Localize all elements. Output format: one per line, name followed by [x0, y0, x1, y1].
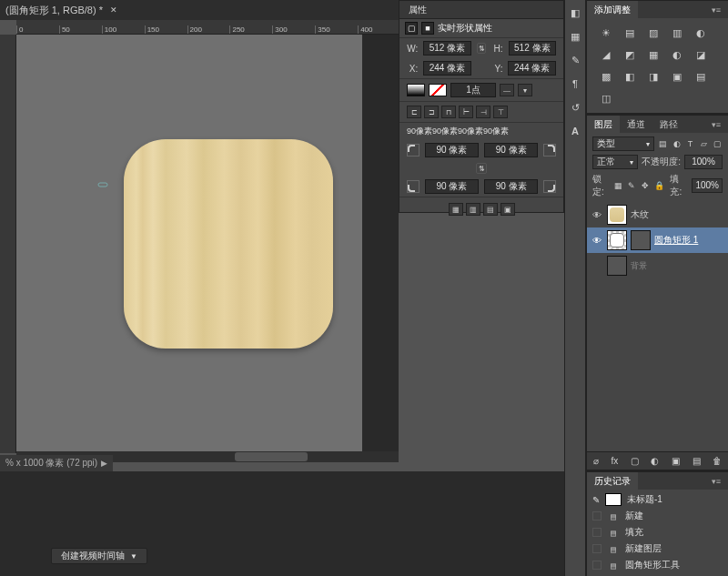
stroke-style-button[interactable]: —: [500, 84, 514, 96]
document-tab-title[interactable]: (圆角矩形 1, RGB/8) *: [5, 4, 103, 17]
history-item[interactable]: ▤新建: [587, 508, 728, 524]
character-tool-icon[interactable]: A: [568, 124, 582, 138]
opacity-field[interactable]: 100%: [684, 155, 723, 169]
paragraph-tool-icon[interactable]: ¶: [568, 76, 582, 91]
blend-mode-dropdown[interactable]: 正常▾: [592, 155, 638, 169]
layer-item[interactable]: 👁 木纹: [587, 202, 728, 227]
align-center-button[interactable]: ⊐: [424, 106, 439, 118]
panel-menu-icon[interactable]: ▾≡: [708, 5, 724, 15]
new-layer-icon[interactable]: ▤: [693, 456, 701, 466]
document-tab-bar[interactable]: (圆角矩形 1, RGB/8) * ✕: [0, 0, 399, 20]
lock-position-icon[interactable]: ✥: [642, 181, 650, 191]
layer-thumbnail[interactable]: [631, 230, 651, 250]
adjustment-icon[interactable]: ▩: [598, 69, 614, 84]
layer-thumbnail[interactable]: [607, 256, 627, 276]
adjustment-icon[interactable]: ▦: [645, 47, 662, 62]
status-menu-icon[interactable]: ▶: [101, 459, 107, 468]
group-icon[interactable]: ▣: [672, 456, 680, 466]
layers-panel-tab[interactable]: 图层: [587, 116, 620, 133]
layer-item[interactable]: 👁 圆角矩形 1: [587, 227, 728, 253]
adjustment-icon[interactable]: ◨: [645, 69, 662, 84]
adjustment-icon[interactable]: ▤: [693, 69, 709, 84]
radius-br-field[interactable]: 90 像素: [484, 179, 538, 194]
filter-adjust-icon[interactable]: ◐: [672, 139, 682, 149]
history-item[interactable]: ▤新建图层: [587, 541, 728, 557]
lock-all-icon[interactable]: 🔒: [654, 181, 664, 191]
swatches-tool-icon[interactable]: ▦: [568, 29, 582, 44]
layer-name[interactable]: 木纹: [631, 208, 649, 221]
history-tool-icon[interactable]: ↺: [568, 100, 582, 115]
filter-pixel-icon[interactable]: ▤: [658, 139, 668, 149]
filter-type-dropdown[interactable]: 类型▾: [592, 136, 654, 151]
layer-mask-thumbnail[interactable]: [607, 230, 627, 250]
visibility-icon[interactable]: 👁: [591, 236, 603, 246]
lock-pixels-icon[interactable]: ✎: [628, 181, 636, 191]
panel-menu-icon[interactable]: ▾≡: [708, 477, 724, 486]
x-field[interactable]: 244 像素: [423, 61, 471, 76]
close-icon[interactable]: ✕: [110, 5, 117, 15]
adjustment-layer-icon[interactable]: ◐: [651, 456, 659, 466]
adjustment-icon[interactable]: ◩: [622, 47, 638, 62]
stroke-swatch[interactable]: [429, 84, 447, 96]
adjustment-icon[interactable]: ☀: [598, 25, 614, 40]
adjustment-icon[interactable]: ◫: [598, 91, 614, 106]
adjustment-icon[interactable]: ◐: [693, 25, 709, 40]
visibility-icon[interactable]: 👁: [591, 210, 603, 220]
adjustment-icon[interactable]: ▥: [669, 25, 685, 40]
path-arrange-button[interactable]: ▤: [483, 203, 498, 216]
layer-item[interactable]: 背景: [587, 253, 728, 278]
lock-transparency-icon[interactable]: ▦: [614, 181, 622, 191]
link-layers-icon[interactable]: ⌀: [593, 456, 599, 466]
layer-name[interactable]: 背景: [631, 260, 647, 272]
radius-tr-field[interactable]: 90 像素: [484, 143, 538, 157]
fx-icon[interactable]: fx: [611, 456, 618, 466]
adjustment-icon[interactable]: ◪: [693, 47, 709, 62]
properties-tab[interactable]: 属性: [399, 1, 563, 19]
adjustment-icon[interactable]: ▤: [622, 25, 638, 40]
filter-shape-icon[interactable]: ▱: [699, 139, 709, 149]
adjustment-icon[interactable]: ▣: [669, 69, 685, 84]
height-field[interactable]: 512 像素: [509, 41, 556, 56]
link-radii-icon[interactable]: ⇅: [476, 163, 487, 174]
brush-tool-icon[interactable]: ✎: [568, 53, 582, 67]
color-tool-icon[interactable]: ◧: [568, 5, 582, 20]
stroke-width-field[interactable]: 1点: [450, 83, 496, 97]
adjustment-icon[interactable]: ◐: [669, 47, 685, 62]
cap-round-button[interactable]: ⊣: [476, 106, 490, 118]
rounded-rect-shape[interactable]: [124, 139, 333, 349]
y-field[interactable]: 244 像素: [508, 61, 556, 76]
trash-icon[interactable]: 🗑: [713, 456, 722, 466]
fill-swatch[interactable]: [407, 84, 425, 96]
mask-icon[interactable]: ▢: [631, 456, 639, 466]
layers-panel-tab[interactable]: 路径: [652, 116, 685, 133]
chevron-down-icon[interactable]: ▾: [518, 84, 532, 96]
path-options-button[interactable]: ▣: [500, 203, 515, 216]
history-item[interactable]: ▤填充: [587, 524, 728, 541]
layer-thumbnail[interactable]: [607, 205, 627, 225]
create-video-timeline-button[interactable]: 创建视频时间轴▼: [51, 548, 147, 564]
history-item[interactable]: ▤圆角矩形工具: [587, 557, 728, 573]
filter-smart-icon[interactable]: ▢: [713, 139, 723, 149]
radius-bl-field[interactable]: 90 像素: [425, 179, 479, 194]
layers-panel-tab[interactable]: 通道: [620, 116, 652, 133]
layer-name[interactable]: 圆角矩形 1: [654, 234, 698, 247]
canvas[interactable]: [16, 35, 399, 455]
history-snapshot[interactable]: ✎ 未标题-1: [587, 491, 728, 508]
radius-tl-field[interactable]: 90 像素: [425, 143, 479, 157]
width-field[interactable]: 512 像素: [423, 41, 470, 56]
adjustment-icon[interactable]: ◧: [622, 69, 638, 84]
history-tab[interactable]: 历史记录: [587, 472, 638, 490]
link-wh-icon[interactable]: ⇅: [477, 43, 487, 54]
adjustment-icon[interactable]: ◢: [598, 47, 614, 62]
adjustment-icon[interactable]: ▨: [645, 25, 662, 40]
adjustments-tab[interactable]: 添加调整: [587, 1, 638, 18]
filter-type-icon[interactable]: T: [685, 139, 695, 149]
panel-menu-icon[interactable]: ▾≡: [708, 120, 724, 129]
fill-field[interactable]: 100%: [692, 178, 723, 193]
cap-square-button[interactable]: ⊤: [493, 106, 508, 118]
cap-butt-button[interactable]: ⊢: [459, 106, 473, 118]
path-operations-button[interactable]: ▦: [449, 203, 463, 216]
align-button[interactable]: ⊓: [441, 106, 456, 118]
align-edges-button[interactable]: ⊏: [407, 106, 421, 118]
path-align-button[interactable]: ▥: [466, 203, 480, 216]
